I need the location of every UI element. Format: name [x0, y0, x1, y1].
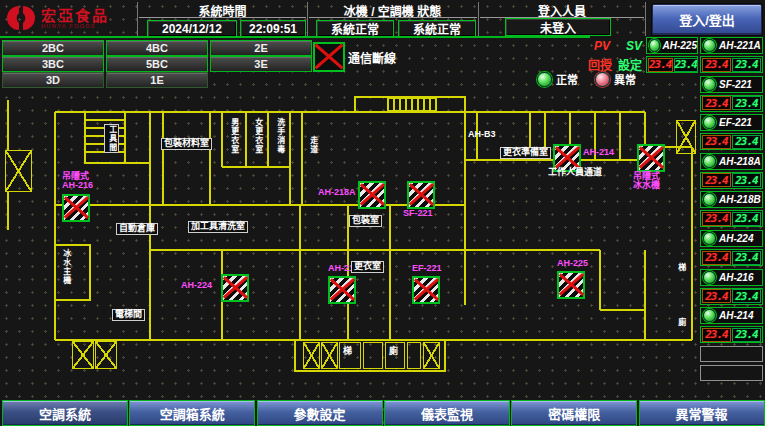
- floor-button-2e[interactable]: 2E: [210, 40, 312, 56]
- floor-button-3e[interactable]: 3E: [210, 56, 312, 72]
- unit-values-ef-221: 23.423.4: [700, 133, 763, 150]
- header-underline: [0, 36, 590, 38]
- unit-button-ah-216[interactable]: AH-216: [700, 269, 763, 286]
- unit-name-label: AH-216: [719, 272, 753, 283]
- unit-values-ah-225: 23.423.4: [646, 56, 698, 73]
- abnormal-label: 異常: [614, 71, 636, 87]
- map-ahu-marker-ah-216[interactable]: [62, 194, 90, 222]
- unit-button-ef-221[interactable]: EF-221: [700, 114, 763, 131]
- unit-values-ah-224: 23.423.4: [700, 249, 763, 266]
- room-label: 廁: [676, 318, 685, 327]
- floor-button-3d[interactable]: 3D: [2, 72, 104, 88]
- map-ahu-label: EF-221: [412, 264, 442, 273]
- room-label: 包裝材料室: [161, 138, 212, 150]
- unit-button-ah-221a[interactable]: AH-221A: [700, 37, 763, 54]
- room-label: 更衣準備室: [500, 147, 551, 159]
- unit-name-label: AH-224: [719, 233, 753, 244]
- unit-pv-value: 23.4: [702, 173, 731, 187]
- map-ahu-marker-ef-221[interactable]: [412, 276, 440, 304]
- unit-pv-value: 23.4: [702, 212, 731, 226]
- room-label: 洗手消毒: [275, 118, 284, 154]
- unit-name-label: SF-221: [719, 79, 752, 90]
- floor-button-1e[interactable]: 1E: [106, 72, 208, 88]
- nav-button-5[interactable]: 密碼權限: [511, 400, 637, 426]
- unit-status-led: [703, 39, 716, 52]
- unit-name-label: AH-218B: [719, 194, 761, 205]
- unit-status-led: [703, 271, 716, 284]
- header-divider: [137, 2, 138, 36]
- room-label: 自動倉庫: [116, 223, 158, 235]
- room-label: 工具間: [104, 124, 119, 153]
- service-room-box: [363, 342, 383, 369]
- unit-pv-value: 23.4: [702, 289, 731, 303]
- map-ahu-label: AH-218A: [318, 188, 356, 197]
- ahu-status-value: 系統正常: [398, 20, 476, 37]
- floor-button-3bc[interactable]: 3BC: [2, 56, 104, 72]
- nav-button-2[interactable]: 空調箱系統: [129, 400, 255, 426]
- map-ahu-marker-ah-225[interactable]: [557, 271, 585, 299]
- map-ahu-marker-ah-224[interactable]: [221, 274, 249, 302]
- unit-pv-value: 23.4: [702, 135, 731, 149]
- header: 宏亞食品 HUNYA FOODS 系統時間 2024/12/12 22:09:5…: [0, 0, 765, 38]
- login-user-value: 未登入: [505, 18, 611, 36]
- divider: [309, 17, 477, 18]
- abnormal-led-icon: [595, 72, 610, 87]
- map-ahu-label: AH-224: [181, 281, 212, 290]
- unit-sv-value: 23.4: [732, 58, 761, 72]
- stairwell-icon: [303, 342, 320, 369]
- map-ahu-marker-冰水機[interactable]: [637, 144, 665, 172]
- unit-name-label: EF-221: [719, 117, 752, 128]
- divider: [139, 17, 306, 18]
- login-logout-button[interactable]: 登入/登出: [652, 4, 762, 35]
- nav-button-1[interactable]: 空調系統: [2, 400, 128, 426]
- stairwell-icon: [676, 120, 696, 154]
- unit-status-led: [703, 193, 716, 206]
- room-label: 電梯間: [112, 309, 145, 321]
- floor-button-5bc[interactable]: 5BC: [106, 56, 208, 72]
- room-label: 男更衣室: [229, 118, 238, 154]
- unit-status-led: [703, 116, 716, 129]
- stairwell-icon: [423, 342, 440, 369]
- system-clock-value: 22:09:51: [240, 20, 306, 37]
- nav-button-4[interactable]: 儀表監視: [384, 400, 510, 426]
- normal-label: 正常: [556, 71, 578, 87]
- sv-abbr-label: SV: [626, 39, 642, 53]
- unit-values-ah-218a: 23.423.4: [700, 172, 763, 189]
- unit-sv-value: 23.4: [732, 173, 761, 187]
- unit-button-ah-224[interactable]: AH-224: [700, 230, 763, 247]
- abnormal-legend: 異常: [595, 71, 636, 87]
- service-room-box: [339, 342, 361, 369]
- nav-button-3[interactable]: 參數設定: [257, 400, 383, 426]
- unit-pv-value: 23.4: [702, 328, 731, 342]
- unit-button-ah-225[interactable]: AH-225: [646, 37, 698, 54]
- pv-abbr-label: PV: [594, 39, 610, 53]
- comm-fail-label: 通信斷線: [348, 49, 396, 66]
- floor-button-2bc[interactable]: 2BC: [2, 40, 104, 56]
- unit-button-ah-218b[interactable]: AH-218B: [700, 191, 763, 208]
- system-date-value: 2024/12/12: [147, 20, 237, 37]
- header-divider: [645, 2, 646, 36]
- unit-button-ah-218a[interactable]: AH-218A: [700, 153, 763, 170]
- brand-name: 宏亞食品: [41, 8, 109, 23]
- map-ahu-marker-ah-218a[interactable]: [358, 181, 386, 209]
- unit-name-label: AH-221A: [719, 40, 761, 51]
- unit-values-ah-221a: 23.423.4: [700, 56, 763, 73]
- comm-fail-icon: [313, 42, 345, 72]
- normal-legend: 正常: [537, 71, 578, 87]
- service-room-box: [407, 342, 421, 369]
- map-ahu-marker-ah-218b[interactable]: [328, 276, 356, 304]
- unit-values-ah-218b: 23.423.4: [700, 210, 763, 227]
- unit-button-ah-214[interactable]: AH-214: [700, 307, 763, 324]
- unit-status-led: [703, 309, 716, 322]
- nav-button-6[interactable]: 異常警報: [639, 400, 765, 426]
- unit-status-led: [649, 39, 660, 52]
- unit-sv-value: 23.4: [732, 212, 761, 226]
- unit-button-sf-221[interactable]: SF-221: [700, 76, 763, 93]
- unit-values-ah-216: 23.423.4: [700, 288, 763, 305]
- map-ahu-label: AH-225: [557, 259, 588, 268]
- floor-button-4bc[interactable]: 4BC: [106, 40, 208, 56]
- stairwell-icon: [72, 341, 94, 369]
- map-ahu-marker-sf-221[interactable]: [407, 181, 435, 209]
- header-divider: [307, 2, 308, 36]
- unit-status-led: [703, 155, 716, 168]
